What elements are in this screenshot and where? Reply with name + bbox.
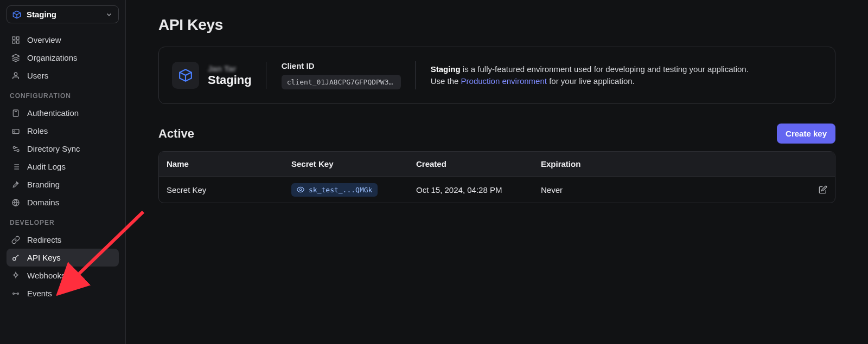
svg-rect-6 [13,110,18,116]
sidebar-item-overview[interactable]: Overview [7,31,119,49]
sidebar-item-events[interactable]: Events [7,284,119,302]
cube-icon [12,10,21,19]
reveal-secret-button[interactable]: sk_test_...QMGk [291,183,378,197]
sidebar-item-label: Directory Sync [27,144,80,153]
client-id-value[interactable]: client_01JA8CPG7GFPQDPW3TEC… [282,75,401,89]
svg-point-5 [14,73,17,75]
sidebar-item-users[interactable]: Users [7,67,119,85]
sidebar-item-redirects[interactable]: Redirects [7,231,119,249]
environment-description: Staging is a fully-featured environment … [431,63,819,87]
sidebar-section-developer: DEVELOPER [7,211,119,231]
sidebar-item-api-keys[interactable]: API Keys [7,249,119,267]
events-icon [11,289,21,298]
environment-name: Staging [27,10,56,19]
col-created: Created [416,159,541,168]
sidebar-item-label: Organizations [27,53,78,62]
key-icon [11,254,21,262]
svg-point-11 [17,149,19,151]
shield-icon [11,109,21,118]
svg-point-21 [13,293,15,294]
chevron-down-icon [105,11,113,18]
palette-icon [11,180,21,189]
svg-point-24 [299,189,302,191]
app-name-blurred: Jan Tar [208,64,252,73]
roles-icon [11,127,21,135]
main-content: API Keys Jan Tar Staging Client ID clien… [126,0,868,344]
active-section-header: Active Create key [158,124,835,144]
svg-point-22 [17,293,19,294]
edit-key-button[interactable] [795,185,827,194]
environment-switcher[interactable]: Staging [7,5,119,23]
layers-icon [11,54,21,62]
sidebar-item-organizations[interactable]: Organizations [7,49,119,67]
sidebar-item-label: Overview [27,35,61,44]
svg-rect-0 [12,37,15,40]
sidebar: Staging Overview Organizations Users CON… [0,0,126,344]
globe-icon [11,198,21,207]
webhook-icon [11,271,21,280]
sidebar-item-domains[interactable]: Domains [7,193,119,211]
client-id-block: Client ID client_01JA8CPG7GFPQDPW3TEC… [282,61,416,89]
create-key-button[interactable]: Create key [777,124,835,144]
svg-rect-1 [16,37,19,40]
production-environment-link[interactable]: Production environment [461,76,547,86]
user-icon [11,72,21,80]
sidebar-item-directory-sync[interactable]: Directory Sync [7,140,119,158]
sidebar-item-label: Domains [27,198,59,207]
eye-icon [297,186,304,193]
client-id-label: Client ID [282,61,401,70]
sidebar-item-label: Authentication [27,108,79,118]
sidebar-item-label: Roles [27,126,48,135]
environment-info-card: Jan Tar Staging Client ID client_01JA8CP… [158,47,835,104]
sidebar-item-authentication[interactable]: Authentication [7,104,119,122]
svg-point-20 [13,257,16,260]
sidebar-item-audit-logs[interactable]: Audit Logs [7,158,119,176]
cell-name: Secret Key [167,185,291,194]
sync-icon [11,145,21,153]
svg-rect-2 [16,41,19,43]
cell-created: Oct 15, 2024, 04:28 PM [416,185,541,194]
page-title: API Keys [158,16,835,34]
active-heading: Active [158,127,194,141]
list-icon [11,163,21,171]
sidebar-section-configuration: CONFIGURATION [7,85,119,104]
sidebar-item-roles[interactable]: Roles [7,122,119,140]
sidebar-item-webhooks[interactable]: Webhooks [7,267,119,284]
desc-bold: Staging [431,64,461,74]
sidebar-item-label: Events [27,289,52,298]
col-expiration: Expiration [541,159,795,168]
sidebar-item-label: Audit Logs [27,162,66,171]
sidebar-item-branding[interactable]: Branding [7,176,119,193]
app-block: Jan Tar Staging [172,62,266,89]
sidebar-item-label: API Keys [27,253,61,262]
sidebar-item-label: Users [27,71,48,80]
sidebar-item-label: Redirects [27,235,61,244]
link-icon [11,236,21,244]
environment-name-large: Staging [208,73,252,87]
table-row: Secret Key sk_test_...QMGk Oct 15, 2024,… [159,177,835,203]
svg-point-9 [14,131,15,132]
svg-marker-4 [12,54,19,58]
sidebar-item-label: Branding [27,180,60,189]
col-secret: Secret Key [291,159,416,168]
cell-expiration: Never [541,185,795,194]
app-cube-icon [172,62,199,89]
secret-preview: sk_test_...QMGk [309,186,372,194]
dashboard-icon [11,36,21,44]
sidebar-item-label: Webhooks [27,271,66,280]
col-name: Name [167,159,291,168]
api-keys-table: Name Secret Key Created Expiration Secre… [158,151,835,203]
table-header-row: Name Secret Key Created Expiration [159,152,835,177]
svg-rect-3 [12,41,15,43]
svg-point-10 [13,146,15,148]
